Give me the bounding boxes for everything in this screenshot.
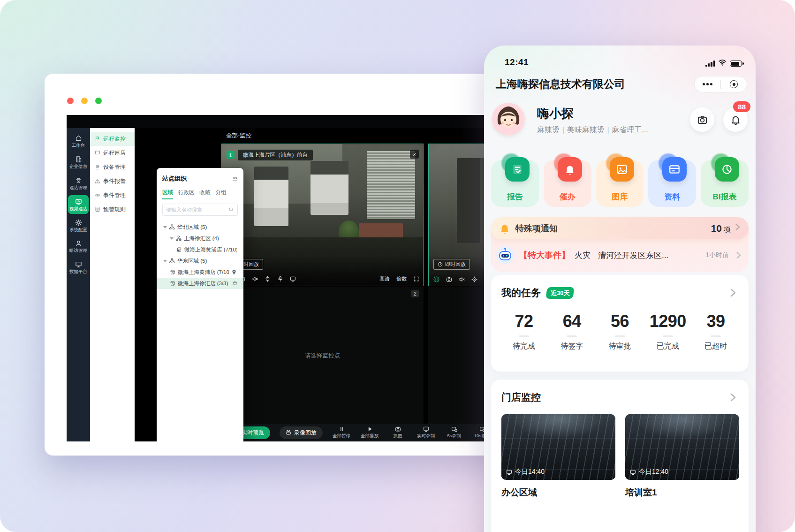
sidebar-item-video-patrol[interactable]: 视频巡店 bbox=[68, 195, 89, 214]
realtime-record-button[interactable]: 实时录制 bbox=[416, 426, 435, 439]
zoom-window-dot[interactable] bbox=[95, 98, 102, 104]
flag-icon bbox=[95, 136, 100, 142]
tree-node-store-selected[interactable]: 微海上海徐汇店 (3/3) bbox=[157, 278, 243, 289]
menu-item-event-mgmt[interactable]: 事件管理 bbox=[90, 188, 135, 202]
stat-pending-complete[interactable]: 72 待完成 bbox=[504, 312, 544, 351]
tree-node-store[interactable]: 微海上海黄浦店 (7/10) bbox=[162, 266, 238, 278]
camera-timestamp: 今日14:40 bbox=[506, 468, 545, 476]
speed-toggle[interactable]: 倍数 bbox=[396, 275, 407, 282]
action-label: 抓图 bbox=[394, 433, 402, 439]
secondary-menu: 远程监控 远程巡店 设备管理 事件报警 事件管理 bbox=[90, 128, 135, 441]
fullscreen-icon[interactable] bbox=[413, 276, 419, 282]
app-tile-urge[interactable]: 催办 bbox=[544, 160, 591, 207]
sidebar-item-company-info[interactable]: 企业信息 bbox=[68, 153, 89, 172]
profile-section: 嗨小探 麻辣烫｜美味麻辣烫｜麻省理工... 88 bbox=[491, 103, 749, 140]
avatar[interactable] bbox=[492, 103, 525, 136]
pause-circle-icon[interactable] bbox=[433, 276, 439, 282]
pause-icon bbox=[339, 426, 345, 432]
mute-icon[interactable] bbox=[459, 276, 465, 282]
notification-bell-button[interactable]: 88 bbox=[723, 107, 748, 132]
record-5s-button[interactable]: 5s录制 bbox=[445, 426, 463, 439]
yellow-bell-icon bbox=[499, 222, 511, 235]
rules-icon bbox=[95, 206, 100, 212]
battery-icon bbox=[730, 61, 742, 67]
screen-share-icon[interactable] bbox=[290, 276, 296, 282]
stat-pending-approve[interactable]: 56 待审批 bbox=[600, 312, 640, 351]
app-tile-bi-report[interactable]: BI报表 bbox=[701, 160, 749, 207]
sidebar-item-secret-visit[interactable]: 暗访管理 bbox=[68, 237, 89, 256]
special-notice-banner[interactable]: 特殊项通知 10 项 bbox=[491, 217, 749, 239]
minimize-window-dot[interactable] bbox=[81, 98, 88, 104]
mic-icon[interactable] bbox=[277, 276, 283, 282]
app-tile-gallery[interactable]: 图库 bbox=[596, 160, 644, 207]
video-pane-1[interactable]: 1 微海上海片区（浦东）前台 即时回放 bbox=[221, 144, 424, 286]
mute-icon[interactable] bbox=[252, 276, 258, 282]
stat-pending-sign[interactable]: 64 待签字 bbox=[552, 312, 591, 351]
sidebar-item-system-config[interactable]: 系统配置 bbox=[68, 216, 89, 235]
location-pin-icon[interactable] bbox=[231, 269, 237, 275]
sidebar-item-label: 数据平台 bbox=[68, 269, 89, 274]
tab-favorites[interactable]: 收藏 bbox=[200, 189, 211, 199]
film-camera-icon bbox=[286, 430, 291, 435]
task-stats: 72 待完成 64 待签字 56 待审批 1290 已完成 bbox=[501, 312, 738, 351]
chevron-right-icon[interactable] bbox=[727, 287, 738, 298]
sitemap-icon bbox=[169, 258, 175, 264]
tree-node-district[interactable]: 上海徐汇区 (4) bbox=[162, 233, 238, 244]
ptz-target-icon[interactable] bbox=[471, 276, 477, 282]
play-icon bbox=[367, 426, 373, 432]
stat-completed[interactable]: 1290 已完成 bbox=[648, 312, 688, 351]
screen-record-icon bbox=[423, 426, 429, 432]
more-button[interactable] bbox=[695, 83, 720, 85]
tree-node-label: 微海上海徐汇店 (3/3) bbox=[178, 280, 228, 287]
sidebar-item-workbench[interactable]: 工作台 bbox=[68, 132, 89, 151]
tree-node-store[interactable]: 微海上海黄浦店 (7/10) bbox=[162, 244, 238, 255]
caret-down-icon[interactable] bbox=[170, 237, 174, 240]
collapse-panel-icon[interactable] bbox=[232, 176, 238, 182]
tab-district[interactable]: 行政区 bbox=[178, 189, 195, 199]
instant-replay-button[interactable]: 即时回放 bbox=[433, 259, 470, 270]
app-tile-report[interactable]: 报告 bbox=[491, 160, 539, 207]
exit-button[interactable] bbox=[721, 80, 747, 88]
camera-thumbnails: 今日14:40 办公区域 今日12:40 培训室1 bbox=[501, 414, 738, 499]
caret-down-icon[interactable] bbox=[163, 226, 167, 228]
menu-item-device-mgmt[interactable]: 设备管理 bbox=[90, 160, 135, 174]
status-bar: 12:41 bbox=[491, 46, 749, 68]
tree-node-label: 微海上海黄浦店 (7/10) bbox=[178, 269, 229, 276]
empty-video-pane[interactable]: 2 请选择监控点 bbox=[221, 286, 424, 425]
tree-node-region[interactable]: 华东区域 (5) bbox=[162, 255, 238, 266]
playback-label: 录像回放 bbox=[294, 429, 317, 437]
sidebar-item-patrol-mgmt[interactable]: 巡店管理 bbox=[68, 174, 89, 193]
ptz-target-icon[interactable] bbox=[265, 276, 271, 282]
camera-thumb-office[interactable]: 今日14:40 办公区域 bbox=[501, 414, 615, 499]
pause-all-button[interactable]: 全部暂停 bbox=[332, 426, 351, 439]
hd-toggle[interactable]: 高清 bbox=[379, 275, 390, 282]
sidebar-item-data-platform[interactable]: 数据平台 bbox=[68, 258, 89, 277]
snapshot-icon[interactable] bbox=[446, 276, 452, 282]
tab-groups[interactable]: 分组 bbox=[216, 189, 227, 199]
stat-overdue[interactable]: 39 已超时 bbox=[696, 312, 735, 351]
site-search[interactable] bbox=[162, 204, 238, 216]
menu-item-remote-patrol[interactable]: 远程巡店 bbox=[90, 146, 135, 160]
close-window-dot[interactable] bbox=[67, 98, 74, 104]
webcam-icon bbox=[95, 164, 100, 170]
major-event-ticker[interactable]: 【特大事件】 火灾 漕河泾开发区东区... 1小时前 bbox=[491, 239, 749, 270]
camera-thumb-training-room[interactable]: 今日12:40 培训室1 bbox=[625, 414, 739, 499]
menu-item-warning-rules[interactable]: 预警规则 bbox=[90, 202, 135, 216]
close-video-button[interactable] bbox=[410, 150, 419, 159]
camera-button[interactable] bbox=[690, 107, 714, 132]
site-search-input[interactable] bbox=[166, 207, 226, 213]
robot-icon bbox=[496, 246, 515, 265]
tree-node-region[interactable]: 华北区域 (5) bbox=[162, 221, 238, 233]
playback-button[interactable]: 录像回放 bbox=[280, 426, 323, 439]
caret-down-icon[interactable] bbox=[163, 260, 167, 262]
menu-item-remote-monitor[interactable]: 远程监控 bbox=[90, 132, 135, 146]
chevron-right-icon[interactable] bbox=[727, 392, 738, 403]
app-tile-docs[interactable]: 资料 bbox=[648, 160, 696, 207]
tab-region[interactable]: 区域 bbox=[162, 189, 173, 199]
window-traffic-lights bbox=[67, 98, 102, 104]
tree-node-label: 华东区域 (5) bbox=[177, 258, 207, 265]
play-all-button[interactable]: 全部播放 bbox=[360, 426, 379, 439]
snapshot-button[interactable]: 抓图 bbox=[388, 426, 407, 439]
menu-item-event-alarm[interactable]: 事件报警 bbox=[90, 174, 135, 188]
star-icon[interactable] bbox=[232, 281, 238, 286]
